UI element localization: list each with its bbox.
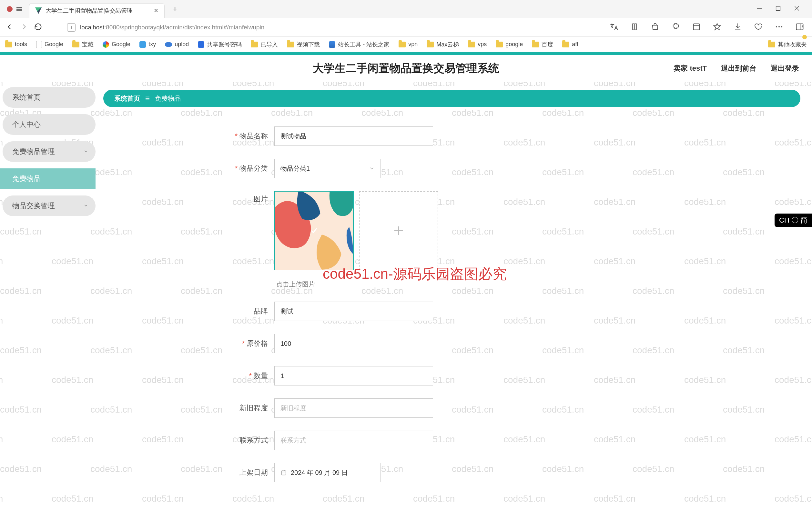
app-accent-bar (0, 52, 812, 55)
favicon-vue-icon (35, 7, 42, 14)
label-price: *原价格 (213, 339, 268, 348)
reader-icon[interactable] (630, 22, 639, 32)
input-price[interactable] (274, 334, 433, 353)
label-quantity: *数量 (213, 371, 268, 381)
sidebar-item-exchange-manage[interactable]: 物品交换管理 (3, 196, 96, 216)
browser-titlebar: 大学生二手闲置物品置换交易管理 ✕ + (0, 0, 812, 18)
app-header: 大学生二手闲置物品置换交易管理系统 卖家 testT 退出到前台 退出登录 (0, 55, 812, 82)
screenshot-icon[interactable] (692, 22, 701, 32)
bookmark-link[interactable]: 站长工具 - 站长之家 (329, 41, 389, 48)
sidebar-item-free-manage[interactable]: 免费物品管理 (3, 141, 96, 162)
extensions-icon[interactable] (671, 22, 680, 32)
browser-tab[interactable]: 大学生二手闲置物品置换交易管理 ✕ (29, 3, 164, 18)
chevron-down-icon (83, 202, 88, 210)
refresh-button[interactable] (33, 22, 43, 32)
input-item-name[interactable] (274, 126, 433, 146)
app-title: 大学生二手闲置物品置换交易管理系统 (313, 61, 499, 76)
sidebar: 系统首页 个人中心 免费物品管理 免费物品 物品交换管理 (0, 82, 103, 520)
bookmark-link[interactable]: uplod (165, 41, 189, 48)
svg-rect-1 (776, 6, 780, 11)
upload-button[interactable] (359, 191, 438, 270)
bookmark-folder[interactable]: tools (5, 41, 27, 48)
label-contact: 联系方式 (213, 436, 268, 445)
bookmark-link[interactable]: Google (36, 41, 63, 48)
bookmark-folder[interactable]: 已导入 (251, 41, 278, 48)
svg-rect-5 (71, 27, 71, 28)
label-brand: 品牌 (213, 307, 268, 316)
header-logout-link[interactable]: 退出登录 (771, 63, 799, 73)
header-to-front-link[interactable]: 退出到前台 (721, 63, 757, 73)
new-tab-button[interactable]: + (169, 4, 181, 14)
notification-dot-icon (802, 35, 807, 40)
input-contact[interactable] (274, 431, 433, 450)
url-text: localhost:8080/springbootayqkl/admin/dis… (80, 24, 264, 31)
label-shelf-date: 上架日期 (213, 468, 268, 477)
ime-indicator[interactable]: CH 〇 简 (775, 213, 812, 227)
bookmark-folder[interactable]: 视频下载 (287, 41, 320, 48)
maximize-icon[interactable] (775, 5, 782, 13)
sidebar-item-free-items[interactable]: 免费物品 (0, 168, 96, 189)
breadcrumb-current: 免费物品 (155, 94, 181, 103)
bookmark-folder[interactable]: 百度 (532, 41, 553, 48)
url-bar[interactable]: localhost:8080/springbootayqkl/admin/dis… (48, 21, 602, 34)
window-close-icon[interactable] (793, 5, 801, 13)
date-value: 2024 年 09 月 09 日 (291, 468, 348, 477)
minimize-icon[interactable] (756, 5, 763, 13)
upload-hint: 点击上传图片 (213, 280, 801, 289)
addressbar-row: localhost:8080/springbootayqkl/admin/dis… (0, 18, 812, 37)
input-condition[interactable] (274, 398, 433, 418)
svg-point-4 (71, 26, 72, 26)
downloads-icon[interactable] (733, 22, 742, 32)
more-icon[interactable] (775, 22, 784, 32)
form: *物品名称 *物品分类 物品分类1 图片 (103, 126, 801, 482)
bookmark-folder[interactable]: vps (468, 41, 487, 48)
bookmark-folder[interactable]: Max云梯 (427, 41, 459, 48)
label-image: 图片 (213, 194, 268, 204)
bookmarks-bar: tools Google 宝藏 Google txy uplod 共享账号密码 … (0, 37, 812, 52)
header-user-link[interactable]: 卖家 testT (674, 63, 707, 73)
select-category[interactable]: 物品分类1 (274, 159, 381, 178)
label-category: *物品分类 (213, 163, 268, 173)
heart-icon[interactable] (754, 22, 763, 32)
svg-point-10 (781, 26, 782, 27)
tabs-menu-icon[interactable] (17, 6, 22, 12)
profile-icon[interactable] (7, 6, 12, 12)
plus-icon (392, 224, 405, 237)
bookmark-folder[interactable]: aff (562, 41, 578, 48)
bookmark-folder[interactable]: vpn (399, 41, 417, 48)
input-brand[interactable] (274, 302, 433, 321)
breadcrumb: 系统首页 免费物品 (103, 90, 801, 107)
input-shelf-date[interactable]: 2024 年 09 月 09 日 (274, 463, 381, 482)
breadcrumb-separator-icon (145, 96, 150, 101)
bookmark-link[interactable]: txy (139, 41, 156, 48)
shopping-icon[interactable] (651, 22, 660, 32)
check-icon (309, 226, 319, 235)
svg-point-9 (779, 26, 780, 27)
site-info-icon[interactable] (67, 23, 76, 32)
calendar-icon (280, 469, 287, 476)
sidebar-item-home[interactable]: 系统首页 (3, 87, 96, 108)
bookmark-folder[interactable]: 宝藏 (72, 41, 94, 48)
label-item-name: *物品名称 (213, 131, 268, 141)
favorites-icon[interactable] (713, 22, 721, 32)
chevron-down-icon (369, 165, 375, 171)
other-bookmarks[interactable]: 其他收藏夹 (768, 41, 807, 48)
chevron-down-icon (83, 148, 88, 156)
breadcrumb-home[interactable]: 系统首页 (114, 94, 140, 103)
svg-rect-19 (281, 471, 286, 475)
select-value: 物品分类1 (280, 164, 310, 173)
tab-title: 大学生二手闲置物品置换交易管理 (46, 7, 150, 15)
image-thumbnail[interactable] (274, 191, 354, 270)
sidebar-toggle-icon[interactable] (795, 22, 804, 32)
sidebar-item-profile[interactable]: 个人中心 (3, 114, 96, 135)
forward-button[interactable] (19, 22, 28, 32)
translate-icon[interactable] (609, 22, 618, 32)
label-condition: 新旧程度 (213, 403, 268, 413)
bookmark-link[interactable]: 共享账号密码 (198, 41, 242, 48)
bookmark-link[interactable]: Google (103, 41, 130, 48)
svg-point-8 (776, 26, 777, 27)
close-tab-icon[interactable]: ✕ (154, 7, 158, 14)
input-quantity[interactable] (274, 366, 433, 386)
back-button[interactable] (5, 22, 14, 32)
bookmark-folder[interactable]: google (496, 41, 523, 48)
